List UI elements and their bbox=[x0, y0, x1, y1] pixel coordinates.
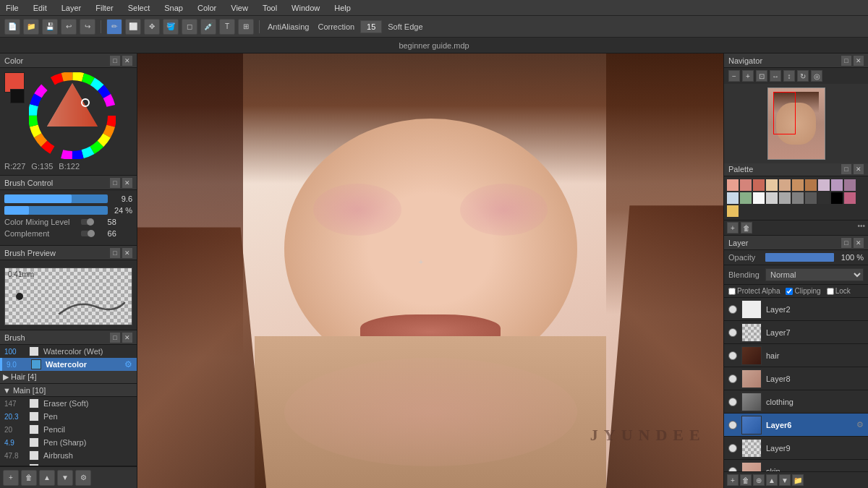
pal-color-1[interactable] bbox=[740, 179, 752, 191]
correction-input[interactable] bbox=[360, 20, 382, 33]
layer-item-layer9[interactable]: Layer9 bbox=[724, 437, 868, 460]
navigator-preview[interactable] bbox=[724, 84, 868, 163]
canvas-wrapper[interactable]: JYUNDEE + bbox=[137, 53, 723, 488]
protect-alpha-input[interactable] bbox=[728, 288, 736, 295]
layer-item-clothing[interactable]: clothing bbox=[724, 390, 868, 414]
layer-bottom-folder[interactable]: 📁 bbox=[792, 474, 804, 486]
artwork[interactable]: JYUNDEE + bbox=[137, 53, 723, 488]
palette-close[interactable]: ✕ bbox=[854, 164, 864, 174]
brush-opacity-slider[interactable] bbox=[4, 206, 108, 215]
tool-fill-button[interactable]: 🪣 bbox=[163, 19, 179, 35]
pal-color-20[interactable] bbox=[727, 205, 739, 217]
settings-button[interactable]: ⚙ bbox=[75, 470, 91, 486]
color-mixing-slider[interactable] bbox=[81, 219, 92, 225]
clipping-checkbox[interactable]: Clipping bbox=[786, 287, 820, 295]
layer6-gear[interactable]: ⚙ bbox=[856, 420, 864, 429]
background-color-swatch[interactable] bbox=[10, 89, 25, 103]
protect-alpha-checkbox[interactable]: Protect Alpha bbox=[728, 287, 780, 295]
tool-pen-button[interactable]: ✏ bbox=[106, 19, 122, 35]
layer-bottom-merge[interactable]: ⊕ bbox=[753, 474, 765, 486]
layer-item-layer6[interactable]: Layer6 ⚙ bbox=[724, 414, 868, 437]
pal-color-5[interactable] bbox=[792, 179, 804, 191]
brush-watercolor[interactable]: 9.0 Watercolor ⚙ bbox=[0, 358, 137, 371]
layer2-visibility[interactable] bbox=[728, 305, 737, 314]
brush-oil-pastel[interactable]: 192 Oil Pastel bbox=[0, 462, 137, 466]
menu-filter[interactable]: Filter bbox=[93, 4, 116, 12]
save-button[interactable]: 💾 bbox=[42, 19, 58, 35]
color-panel-expand[interactable]: □ bbox=[110, 56, 120, 66]
layer8-visibility[interactable] bbox=[728, 374, 737, 383]
pal-color-13[interactable] bbox=[766, 192, 778, 204]
nav-flip-h[interactable]: ↔ bbox=[770, 70, 781, 82]
move-up-button[interactable]: ▲ bbox=[39, 470, 55, 486]
layer-item-layer8[interactable]: Layer8 bbox=[724, 367, 868, 390]
brush-hair-group[interactable]: ▶ Hair [4] bbox=[0, 371, 137, 384]
brush-pen-sharp[interactable]: 4.9 Pen (Sharp) bbox=[0, 436, 137, 449]
layer-item-hair[interactable]: hair bbox=[724, 344, 868, 367]
lock-input[interactable] bbox=[827, 288, 834, 295]
brush-control-expand[interactable]: □ bbox=[110, 178, 120, 188]
tool-select-button[interactable]: ⬜ bbox=[125, 19, 141, 35]
brush-pencil[interactable]: 20 Pencil bbox=[0, 423, 137, 436]
menu-edit[interactable]: Edit bbox=[30, 4, 50, 12]
brush-preview-expand[interactable]: □ bbox=[110, 248, 120, 258]
brush-list-close[interactable]: ✕ bbox=[122, 333, 132, 343]
layer-panel-expand[interactable]: □ bbox=[841, 238, 851, 248]
brush-list-body[interactable]: 100 Watercolor (Wet) 9.0 Watercolor ⚙ ▶ … bbox=[0, 345, 137, 466]
nav-fit[interactable]: ⊡ bbox=[756, 70, 767, 82]
layer-delete-button[interactable]: 🗑 bbox=[741, 222, 752, 234]
layer-panel-close[interactable]: ✕ bbox=[854, 238, 864, 248]
brush-wc-gear[interactable]: ⚙ bbox=[124, 359, 132, 369]
lock-checkbox[interactable]: Lock bbox=[827, 287, 851, 295]
add-layer-button[interactable]: + bbox=[3, 470, 19, 486]
clipping-input[interactable] bbox=[786, 288, 793, 295]
color-panel-close[interactable]: ✕ bbox=[122, 56, 132, 66]
tool-eyedropper-button[interactable]: 💉 bbox=[200, 19, 216, 35]
layer-bottom-del[interactable]: 🗑 bbox=[740, 474, 752, 486]
complement-slider[interactable] bbox=[81, 231, 92, 236]
layer6-visibility[interactable] bbox=[728, 421, 737, 429]
brush-size-slider[interactable] bbox=[4, 194, 108, 203]
brush-list-expand[interactable]: □ bbox=[110, 333, 120, 343]
pal-color-4[interactable] bbox=[779, 179, 791, 191]
nav-zoom-in[interactable]: + bbox=[742, 70, 754, 82]
tool-eraser-button[interactable]: ◻ bbox=[182, 19, 197, 35]
brush-airbrush[interactable]: 47.8 Airbrush bbox=[0, 449, 137, 462]
nav-zoom-out[interactable]: − bbox=[728, 70, 740, 82]
opacity-slider[interactable] bbox=[765, 253, 834, 262]
menu-snap[interactable]: Snap bbox=[161, 4, 186, 12]
pal-color-14[interactable] bbox=[779, 192, 791, 204]
pal-color-3[interactable] bbox=[766, 179, 778, 191]
pal-color-17[interactable] bbox=[818, 192, 830, 204]
color-wheel[interactable] bbox=[29, 72, 116, 159]
menu-help[interactable]: Help bbox=[331, 4, 354, 12]
brush-pen[interactable]: 20.3 Pen bbox=[0, 410, 137, 423]
pal-color-7[interactable] bbox=[818, 179, 830, 191]
hair-visibility[interactable] bbox=[728, 351, 737, 360]
tool-move-button[interactable]: ✥ bbox=[144, 19, 160, 35]
layer-bottom-down[interactable]: ▼ bbox=[779, 474, 791, 486]
menu-color[interactable]: Color bbox=[195, 4, 219, 12]
menu-file[interactable]: File bbox=[3, 4, 22, 12]
brush-main-group[interactable]: ▼ Main [10] bbox=[0, 384, 137, 397]
delete-layer-button[interactable]: 🗑 bbox=[21, 470, 37, 486]
layer9-visibility[interactable] bbox=[728, 444, 737, 453]
nav-flip-v[interactable]: ↕ bbox=[783, 70, 795, 82]
brush-watercolor-wet[interactable]: 100 Watercolor (Wet) bbox=[0, 345, 137, 358]
pal-color-6[interactable] bbox=[805, 179, 817, 191]
pal-color-10[interactable] bbox=[727, 192, 739, 204]
pal-color-11[interactable] bbox=[740, 192, 752, 204]
undo-button[interactable]: ↩ bbox=[61, 19, 77, 35]
brush-eraser-soft[interactable]: 147 Eraser (Soft) bbox=[0, 397, 137, 410]
layer-item-layer7[interactable]: Layer7 bbox=[724, 321, 868, 344]
move-down-button[interactable]: ▼ bbox=[57, 470, 73, 486]
layer-item-skin[interactable]: skin bbox=[724, 460, 868, 471]
new-file-button[interactable]: 📄 bbox=[4, 19, 20, 35]
menu-tool[interactable]: Tool bbox=[260, 4, 280, 12]
pal-color-9[interactable] bbox=[844, 179, 856, 191]
nav-view-rect[interactable] bbox=[773, 92, 796, 134]
layer-add-button[interactable]: + bbox=[727, 222, 739, 234]
color-wheel-svg[interactable] bbox=[29, 72, 116, 159]
pal-color-0[interactable] bbox=[727, 179, 739, 191]
navigator-expand[interactable]: □ bbox=[841, 56, 851, 66]
